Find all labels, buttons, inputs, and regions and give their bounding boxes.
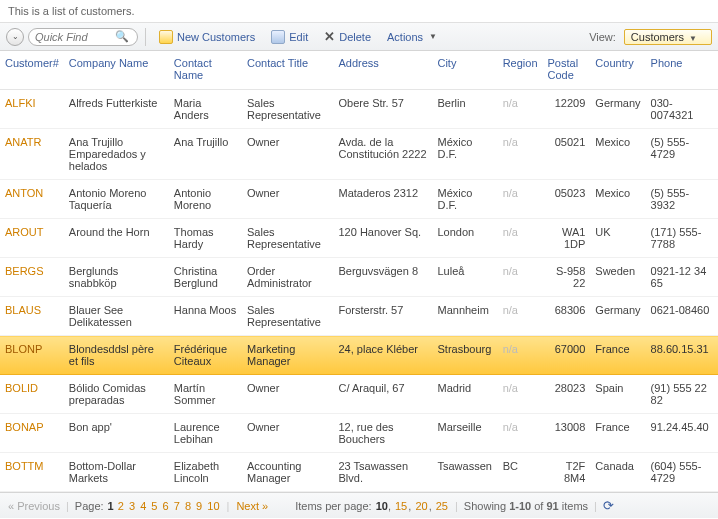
- table-row[interactable]: BLAUSBlauer See DelikatessenHanna MoosSa…: [0, 297, 718, 336]
- cell-region: n/a: [498, 375, 543, 414]
- cell-id: ALFKI: [0, 90, 64, 129]
- quick-find-container[interactable]: 🔍: [28, 28, 138, 46]
- table-row[interactable]: ANATRAna Trujillo Emparedados y heladosA…: [0, 129, 718, 180]
- table-row[interactable]: BLONPBlondesddsl père et filsFrédérique …: [0, 336, 718, 375]
- col-customer-id[interactable]: Customer#: [0, 51, 64, 90]
- cell-company: Blauer See Delikatessen: [64, 297, 169, 336]
- na-value: n/a: [503, 421, 518, 433]
- page-link[interactable]: 3: [128, 500, 136, 512]
- pager: « Previous | Page: 1 2 3 4 5 6 7 8 9 10 …: [0, 492, 718, 518]
- view-select[interactable]: Customers ▼: [624, 29, 712, 45]
- cell-title: Sales Representative: [242, 219, 334, 258]
- cell-region: n/a: [498, 219, 543, 258]
- prev-page[interactable]: « Previous: [8, 500, 60, 512]
- na-value: n/a: [503, 187, 518, 199]
- new-customers-button[interactable]: New Customers: [153, 28, 261, 46]
- ipp-link[interactable]: 20: [414, 500, 428, 512]
- edit-button[interactable]: Edit: [265, 28, 314, 46]
- page-link[interactable]: 9: [195, 500, 203, 512]
- col-phone[interactable]: Phone: [646, 51, 718, 90]
- customer-link[interactable]: ALFKI: [5, 97, 36, 109]
- col-company[interactable]: Company Name: [64, 51, 169, 90]
- table-row[interactable]: ALFKIAlfreds FutterkisteMaria AndersSale…: [0, 90, 718, 129]
- page-link[interactable]: 7: [173, 500, 181, 512]
- cell-title: Accounting Manager: [242, 453, 334, 492]
- na-value: n/a: [503, 265, 518, 277]
- cell-id: BOTTM: [0, 453, 64, 492]
- delete-label: Delete: [339, 31, 371, 43]
- customer-link[interactable]: BLONP: [5, 343, 42, 355]
- cell-city: Marseille: [432, 414, 497, 453]
- cell-city: Tsawassen: [432, 453, 497, 492]
- cell-phone: 0921-12 34 65: [646, 258, 718, 297]
- cell-region: n/a: [498, 414, 543, 453]
- col-title[interactable]: Contact Title: [242, 51, 334, 90]
- col-postal[interactable]: Postal Code: [543, 51, 591, 90]
- cell-country: Spain: [590, 375, 645, 414]
- table-row[interactable]: BOTTMBottom-Dollar MarketsElizabeth Linc…: [0, 453, 718, 492]
- table-row[interactable]: BOLIDBólido Comidas preparadasMartín Som…: [0, 375, 718, 414]
- new-customers-label: New Customers: [177, 31, 255, 43]
- customer-link[interactable]: BLAUS: [5, 304, 41, 316]
- page-link[interactable]: 2: [117, 500, 125, 512]
- customer-link[interactable]: BONAP: [5, 421, 44, 433]
- cell-phone: 91.24.45.40: [646, 414, 718, 453]
- customer-link[interactable]: BOLID: [5, 382, 38, 394]
- cell-company: Alfreds Futterkiste: [64, 90, 169, 129]
- next-page[interactable]: Next »: [235, 500, 269, 512]
- col-address[interactable]: Address: [334, 51, 433, 90]
- cell-title: Owner: [242, 414, 334, 453]
- delete-button[interactable]: ✕ Delete: [318, 27, 377, 46]
- cell-city: Strasbourg: [432, 336, 497, 375]
- page-link[interactable]: 5: [150, 500, 158, 512]
- col-city[interactable]: City: [432, 51, 497, 90]
- customer-link[interactable]: BOTTM: [5, 460, 44, 472]
- col-region[interactable]: Region: [498, 51, 543, 90]
- cell-company: Around the Horn: [64, 219, 169, 258]
- na-value: n/a: [503, 226, 518, 238]
- customer-link[interactable]: BERGS: [5, 265, 44, 277]
- page-link[interactable]: 6: [162, 500, 170, 512]
- cell-postal: 12209: [543, 90, 591, 129]
- cell-company: Bon app': [64, 414, 169, 453]
- customer-link[interactable]: AROUT: [5, 226, 44, 238]
- cell-phone: 88.60.15.31: [646, 336, 718, 375]
- cell-city: Mannheim: [432, 297, 497, 336]
- cell-postal: 05021: [543, 129, 591, 180]
- cell-company: Bólido Comidas preparadas: [64, 375, 169, 414]
- cell-address: Obere Str. 57: [334, 90, 433, 129]
- cell-phone: (604) 555-4729: [646, 453, 718, 492]
- table-row[interactable]: BONAPBon app'Laurence LebihanOwner12, ru…: [0, 414, 718, 453]
- ipp-link[interactable]: 15: [394, 500, 408, 512]
- cell-contact: Frédérique Citeaux: [169, 336, 242, 375]
- cell-contact: Laurence Lebihan: [169, 414, 242, 453]
- page-link[interactable]: 4: [139, 500, 147, 512]
- toolbar: ⌄ 🔍 New Customers Edit ✕ Delete Actions …: [0, 23, 718, 51]
- col-contact[interactable]: Contact Name: [169, 51, 242, 90]
- table-row[interactable]: AROUTAround the HornThomas HardySales Re…: [0, 219, 718, 258]
- ipp-link[interactable]: 25: [435, 500, 449, 512]
- quick-find-input[interactable]: [35, 31, 115, 43]
- actions-button[interactable]: Actions ▼: [381, 29, 443, 45]
- search-icon[interactable]: 🔍: [115, 30, 129, 43]
- col-country[interactable]: Country: [590, 51, 645, 90]
- refresh-icon[interactable]: ⟳: [603, 498, 614, 513]
- cell-contact: Thomas Hardy: [169, 219, 242, 258]
- page-link[interactable]: 8: [184, 500, 192, 512]
- quick-find-dropdown[interactable]: ⌄: [6, 28, 24, 46]
- table-row[interactable]: ANTONAntonio Moreno TaqueríaAntonio More…: [0, 180, 718, 219]
- cell-city: México D.F.: [432, 129, 497, 180]
- customer-link[interactable]: ANATR: [5, 136, 41, 148]
- cell-address: 23 Tsawassen Blvd.: [334, 453, 433, 492]
- new-icon: [159, 30, 173, 44]
- chevron-down-icon: ▼: [429, 32, 437, 41]
- customer-link[interactable]: ANTON: [5, 187, 43, 199]
- cell-company: Bottom-Dollar Markets: [64, 453, 169, 492]
- cell-id: BLONP: [0, 336, 64, 375]
- cell-phone: (91) 555 22 82: [646, 375, 718, 414]
- table-row[interactable]: BERGSBerglunds snabbköpChristina Berglun…: [0, 258, 718, 297]
- cell-region: n/a: [498, 258, 543, 297]
- ipp-current: 10: [376, 500, 388, 512]
- cell-title: Owner: [242, 180, 334, 219]
- page-link[interactable]: 10: [206, 500, 220, 512]
